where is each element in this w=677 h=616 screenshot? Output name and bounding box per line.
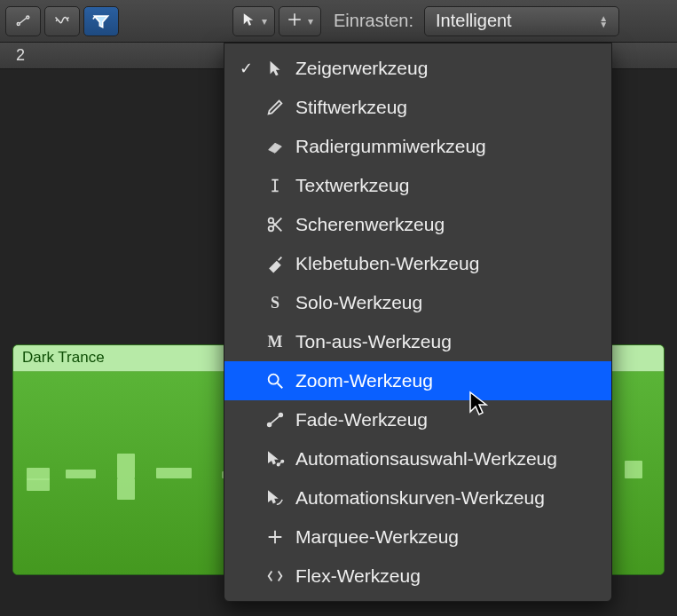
tool-menu-item-label: Radiergummiwerkzeug [295,136,486,157]
tool-menu-item-scissors[interactable]: Scherenwerkzeug [224,205,611,244]
tool-menu-item-label: Automationskurven-Werkzeug [295,487,545,509]
tool-menu-item-label: Zeigerwerkzeug [295,58,428,79]
tool-menu-item-marquee[interactable]: Marquee-Werkzeug [224,517,611,557]
tool-menu-item-label: Flex-Werkzeug [295,565,421,587]
tool-menu-item-zoom[interactable]: Zoom-Werkzeug [224,361,611,400]
catch-filter-button[interactable] [83,6,119,36]
pointer-icon [240,11,256,32]
tool-menu-item-label: Automationsauswahl-Werkzeug [295,448,557,470]
flex-mode-button[interactable] [44,6,80,36]
updown-icon: ▲▼ [599,15,608,28]
tool-menu-item-pencil[interactable]: Stiftwerkzeug [224,88,611,127]
tool-menu-item-autosel[interactable]: Automationsauswahl-Werkzeug [224,439,611,478]
glue-icon [264,252,287,275]
flex-icon [264,565,287,588]
text-icon [264,174,287,197]
tool-menu-item-glue[interactable]: Klebetuben-Werkzeug [224,244,611,283]
svg-point-1 [27,16,29,19]
automation-mode-button[interactable] [5,6,41,36]
tool-menu-item-label: Ton-aus-Werkzeug [295,331,452,352]
tool-menu: ✓ZeigerwerkzeugStiftwerkzeugRadiergummiw… [224,43,612,602]
tool-menu-item-label: Marquee-Werkzeug [295,526,459,548]
tool-menu-item-label: Stiftwerkzeug [295,97,407,118]
chevron-down-icon: ▾ [308,15,313,28]
snap-mode-value: Intelligent [436,11,512,31]
autosel-icon [264,447,287,470]
checkmark-icon: ✓ [237,59,255,78]
snap-mode-select[interactable]: Intelligent ▲▼ [424,6,619,36]
tool-menu-item-label: Textwerkzeug [295,175,409,196]
tool-menu-item-label: Zoom-Werkzeug [295,370,433,391]
fade-icon [264,408,287,431]
tool-menu-item-flex[interactable]: Flex-Werkzeug [224,557,611,596]
pencil-icon [264,96,287,119]
pointer-icon [264,57,287,80]
zoom-icon [264,369,287,392]
svg-point-4 [269,375,279,384]
cmd-click-tool-selector[interactable]: ▾ [279,6,321,36]
tool-menu-item-solo[interactable]: SSolo-Werkzeug [224,283,611,322]
mute-icon: M [264,330,287,353]
tool-menu-item-pointer[interactable]: ✓Zeigerwerkzeug [224,49,611,88]
scissors-icon [264,213,287,236]
tool-menu-item-label: Klebetuben-Werkzeug [295,253,479,274]
svg-point-0 [17,22,20,25]
solo-icon: S [264,291,287,314]
snap-label: Einrasten: [334,11,413,31]
chevron-down-icon: ▾ [262,15,267,28]
tool-menu-item-autocurve[interactable]: Automationskurven-Werkzeug [224,478,611,517]
left-click-tool-selector[interactable]: ▾ [232,6,275,36]
autocurve-icon [264,486,287,509]
marquee-icon [264,525,287,549]
toolbar: ▾ ▾ Einrasten: Intelligent ▲▼ [0,0,677,43]
tool-menu-item-eraser[interactable]: Radiergummiwerkzeug [224,127,611,166]
tool-menu-item-label: Solo-Werkzeug [295,292,422,313]
ruler-bar-number: 2 [16,46,25,65]
tool-menu-item-label: Fade-Werkzeug [295,409,428,430]
tool-menu-item-fade[interactable]: Fade-Werkzeug [224,400,611,439]
tool-menu-item-label: Scherenwerkzeug [295,214,445,235]
crosshair-icon [287,11,303,32]
tool-menu-item-text[interactable]: Textwerkzeug [224,166,611,205]
tool-menu-item-mute[interactable]: MTon-aus-Werkzeug [224,322,611,361]
eraser-icon [264,135,287,158]
